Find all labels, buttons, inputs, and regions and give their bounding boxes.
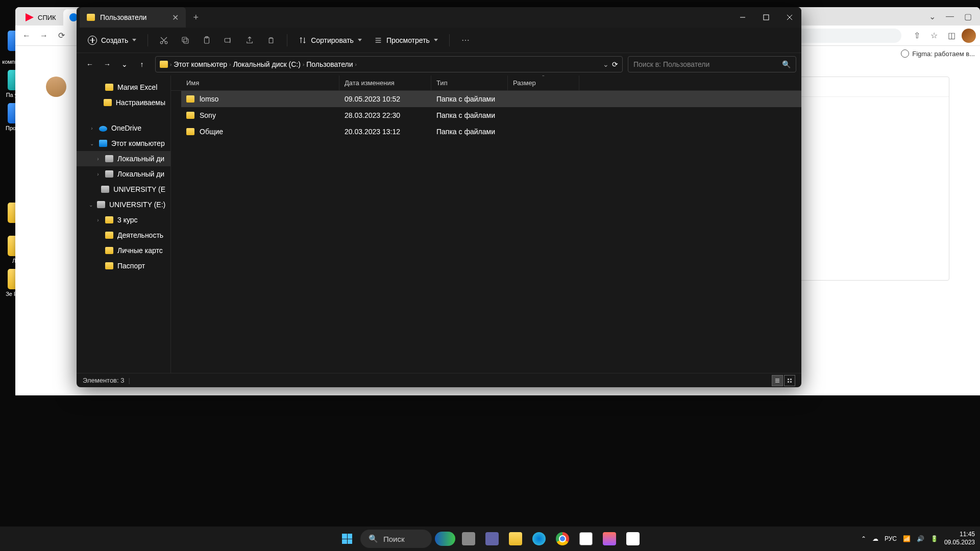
- tree-chevron-icon[interactable]: ›: [95, 217, 101, 223]
- column-name[interactable]: Имя: [181, 76, 339, 90]
- rename-button[interactable]: [218, 31, 238, 50]
- share-button[interactable]: [240, 31, 259, 50]
- search-input[interactable]: Поиск в: Пользователи 🔍: [628, 56, 796, 72]
- sidebar-item[interactable]: ›Локальный ди: [77, 166, 170, 182]
- sidebar-label: Деятельность: [117, 231, 163, 239]
- delete-button[interactable]: [261, 31, 281, 50]
- file-name-cell: Общие: [181, 128, 339, 136]
- minimize-icon[interactable]: —: [946, 12, 954, 21]
- chevron-down-icon: [434, 39, 438, 41]
- tree-chevron-icon[interactable]: ⌄: [89, 202, 93, 208]
- sort-indicator-icon: ⌃: [542, 76, 545, 79]
- star-icon[interactable]: ☆: [927, 29, 941, 43]
- task-figma[interactable]: [599, 529, 620, 549]
- new-tab-button[interactable]: +: [186, 12, 206, 23]
- system-tray: ⌃ ☁ РУС 📶 🔊 🔋 11:45 09.05.2023: [861, 531, 975, 546]
- sort-button[interactable]: Сортировать: [293, 31, 367, 50]
- file-row[interactable]: lomso 09.05.2023 10:52 Папка с файлами: [181, 91, 801, 107]
- recent-button[interactable]: ⌄: [116, 56, 133, 72]
- tree-chevron-icon[interactable]: ⌄: [89, 141, 95, 146]
- task-notion[interactable]: [623, 529, 643, 549]
- onedrive-icon[interactable]: ☁: [872, 535, 878, 542]
- sidebar-item[interactable]: ›Локальный ди: [77, 151, 170, 166]
- forward-button[interactable]: →: [99, 56, 115, 72]
- sidebar-label: Личные картс: [117, 246, 163, 255]
- tree-chevron-icon[interactable]: ›: [95, 156, 101, 162]
- paste-button[interactable]: [197, 31, 216, 50]
- close-button[interactable]: [778, 7, 801, 28]
- sidebar-item[interactable]: Деятельность: [77, 228, 170, 243]
- tree-chevron-icon[interactable]: ›: [95, 171, 101, 177]
- search-icon: 🔍: [369, 534, 378, 543]
- sidebar-label: UNIVERSITY (E: [113, 185, 165, 193]
- svg-rect-20: [788, 379, 789, 380]
- create-button[interactable]: Создать: [83, 31, 141, 50]
- panel-icon[interactable]: ◫: [944, 29, 959, 43]
- battery-icon[interactable]: 🔋: [930, 535, 938, 542]
- chevron-down-icon[interactable]: ⌄: [929, 12, 936, 21]
- folder-icon: [160, 61, 168, 68]
- maximize-icon[interactable]: ▢: [964, 12, 972, 21]
- user-avatar[interactable]: [962, 29, 976, 43]
- language-indicator[interactable]: РУС: [885, 535, 897, 542]
- sidebar-item[interactable]: Личные картс: [77, 243, 170, 258]
- network-icon[interactable]: 📶: [903, 535, 911, 542]
- view-button[interactable]: Просмотреть: [369, 31, 443, 50]
- sidebar-item[interactable]: ⌄UNIVERSITY (E:): [77, 197, 170, 212]
- breadcrumb-bar[interactable]: › Этот компьютер › Локальный диск (C:) ›…: [155, 56, 623, 72]
- refresh-icon[interactable]: ⟳: [612, 60, 618, 68]
- sidebar-item[interactable]: UNIVERSITY (E: [77, 182, 170, 197]
- file-name-cell: Sony: [181, 111, 339, 119]
- task-explorer[interactable]: [505, 529, 526, 549]
- sidebar-item[interactable]: ›3 курс: [77, 212, 170, 228]
- sidebar-item[interactable]: Настраиваемы: [77, 95, 170, 110]
- file-type-cell: Папка с файлами: [431, 95, 508, 103]
- sidebar-item[interactable]: ›OneDrive: [77, 120, 170, 136]
- tree-chevron-icon[interactable]: ›: [89, 126, 95, 131]
- sidebar-item[interactable]: Паспорт: [77, 258, 170, 273]
- taskbar-search[interactable]: 🔍 Поиск: [360, 530, 432, 548]
- more-button[interactable]: ⋯: [456, 31, 475, 50]
- share-icon[interactable]: ⇧: [910, 29, 924, 43]
- copy-button[interactable]: [176, 31, 195, 50]
- file-row[interactable]: Общие 20.03.2023 13:12 Папка с файлами: [181, 123, 801, 140]
- sort-icon: [299, 36, 307, 44]
- minimize-button[interactable]: [731, 7, 754, 28]
- thumbnails-view-button[interactable]: [784, 375, 795, 386]
- column-date[interactable]: Дата изменения: [339, 76, 431, 90]
- task-weather[interactable]: [435, 529, 455, 549]
- cut-button[interactable]: [154, 31, 174, 50]
- task-view[interactable]: [458, 529, 479, 549]
- back-button[interactable]: ←: [19, 29, 34, 43]
- clock[interactable]: 11:45 09.05.2023: [944, 531, 975, 546]
- task-store[interactable]: [576, 529, 596, 549]
- svg-rect-23: [790, 381, 792, 383]
- maximize-button[interactable]: [754, 7, 778, 28]
- explorer-tab[interactable]: Пользователи ✕: [80, 7, 186, 28]
- task-chrome[interactable]: [552, 529, 573, 549]
- task-edge[interactable]: [529, 529, 549, 549]
- file-explorer-window: Пользователи ✕ + Создать Сортировать: [77, 7, 801, 387]
- breadcrumb-item[interactable]: Этот компьютер: [174, 60, 227, 68]
- close-tab-icon[interactable]: ✕: [172, 13, 179, 22]
- tray-overflow-icon[interactable]: ⌃: [861, 535, 866, 542]
- column-type[interactable]: Тип: [431, 76, 508, 90]
- sidebar-item[interactable]: ⌄Этот компьютер: [77, 136, 170, 151]
- file-row[interactable]: Sony 28.03.2023 22:30 Папка с файлами: [181, 107, 801, 123]
- bookmark-item[interactable]: Figma: работаем в...: [901, 49, 975, 58]
- sidebar-item[interactable]: Магия Excel: [77, 80, 170, 95]
- volume-icon[interactable]: 🔊: [917, 535, 924, 542]
- browser-tab[interactable]: СПИК: [19, 9, 62, 26]
- up-button[interactable]: ↑: [134, 56, 150, 72]
- column-size[interactable]: Размер⌃: [508, 76, 579, 90]
- forward-button[interactable]: →: [37, 29, 51, 43]
- titlebar: Пользователи ✕ +: [77, 7, 801, 28]
- task-chat[interactable]: [482, 529, 502, 549]
- breadcrumb-item[interactable]: Пользователи: [306, 60, 353, 68]
- breadcrumb-item[interactable]: Локальный диск (C:): [233, 60, 301, 68]
- back-button[interactable]: ←: [82, 56, 98, 72]
- reload-button[interactable]: ⟳: [54, 29, 68, 43]
- chevron-down-icon[interactable]: ⌄: [603, 60, 609, 68]
- details-view-button[interactable]: [772, 375, 783, 386]
- start-button[interactable]: [337, 529, 357, 549]
